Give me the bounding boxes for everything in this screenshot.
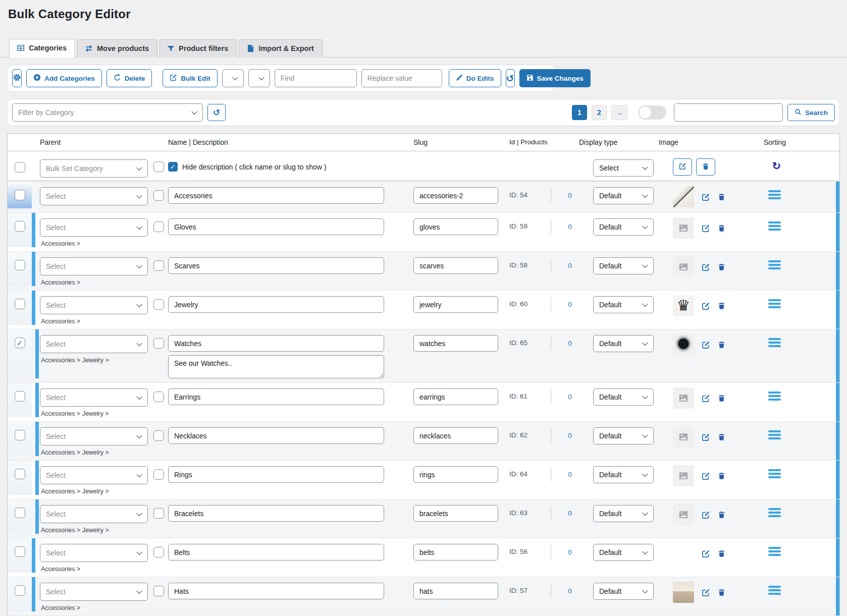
row-checkbox[interactable] bbox=[15, 469, 25, 479]
category-slug-input[interactable] bbox=[413, 544, 498, 561]
bulk-name-checkbox[interactable] bbox=[153, 161, 164, 172]
row-checkbox[interactable] bbox=[15, 508, 25, 518]
delete-image-icon[interactable] bbox=[718, 263, 725, 271]
drag-sort-handle[interactable] bbox=[768, 391, 781, 401]
category-slug-input[interactable] bbox=[413, 466, 498, 483]
edit-image-icon[interactable] bbox=[702, 472, 710, 480]
page-button-2[interactable]: 2 bbox=[592, 105, 607, 120]
parent-category-dropdown[interactable]: Select bbox=[40, 388, 148, 407]
display-type-dropdown[interactable]: Default bbox=[593, 583, 654, 600]
category-slug-input[interactable] bbox=[413, 187, 498, 204]
filter-reset-button[interactable]: ↺ bbox=[207, 104, 226, 121]
display-type-dropdown[interactable]: Default bbox=[593, 388, 654, 406]
category-name-input[interactable] bbox=[168, 505, 384, 522]
row-checkbox[interactable] bbox=[15, 299, 25, 309]
display-type-dropdown[interactable]: Default bbox=[593, 335, 654, 352]
category-image-thumb[interactable] bbox=[673, 582, 694, 603]
category-name-input[interactable] bbox=[168, 335, 384, 352]
do-dropdown[interactable]: Do bbox=[248, 69, 270, 87]
add-categories-button[interactable]: Add Categories bbox=[26, 69, 102, 87]
delete-image-icon[interactable] bbox=[718, 302, 725, 310]
category-image-thumb[interactable] bbox=[673, 217, 694, 239]
drag-sort-handle[interactable] bbox=[768, 190, 781, 199]
category-slug-input[interactable] bbox=[413, 583, 498, 599]
tab-move-products[interactable]: Move products bbox=[77, 39, 157, 58]
edit-image-icon[interactable] bbox=[702, 588, 710, 597]
row-checkbox[interactable] bbox=[15, 585, 25, 596]
delete-image-icon[interactable] bbox=[718, 511, 725, 519]
category-image-thumb[interactable] bbox=[673, 186, 694, 207]
display-type-dropdown[interactable]: Default bbox=[593, 296, 654, 313]
category-name-input[interactable] bbox=[168, 296, 384, 313]
parent-category-dropdown[interactable]: Select bbox=[40, 296, 148, 314]
drag-sort-handle[interactable] bbox=[768, 469, 781, 478]
row-checkbox[interactable] bbox=[15, 260, 25, 270]
products-count-link[interactable]: 0 bbox=[568, 223, 572, 231]
edit-image-icon[interactable] bbox=[702, 263, 710, 271]
name-edit-checkbox[interactable] bbox=[153, 547, 164, 557]
display-type-dropdown[interactable]: Default bbox=[593, 466, 654, 483]
drag-sort-handle[interactable] bbox=[768, 260, 781, 269]
parent-category-dropdown[interactable]: Select bbox=[40, 335, 148, 353]
delete-image-icon[interactable] bbox=[718, 472, 725, 480]
category-slug-input[interactable] bbox=[413, 218, 498, 235]
row-checkbox[interactable] bbox=[15, 391, 25, 402]
row-checkbox[interactable] bbox=[15, 430, 25, 440]
display-type-dropdown[interactable]: Default bbox=[593, 544, 654, 561]
row-checkbox[interactable]: ✓ bbox=[15, 338, 25, 348]
edit-image-icon[interactable] bbox=[702, 511, 710, 519]
parent-category-dropdown[interactable]: Select bbox=[40, 583, 148, 601]
name-edit-checkbox[interactable] bbox=[153, 469, 164, 480]
category-slug-input[interactable] bbox=[413, 388, 498, 405]
hide-description-checkbox[interactable]: ✓ bbox=[168, 162, 178, 172]
page-button-1[interactable]: 1 bbox=[572, 105, 587, 120]
parent-category-dropdown[interactable]: Select bbox=[40, 257, 148, 275]
next-page-button[interactable]: → bbox=[611, 105, 627, 120]
category-name-input[interactable] bbox=[168, 187, 384, 204]
parent-category-dropdown[interactable]: Select bbox=[40, 466, 148, 484]
name-edit-checkbox[interactable] bbox=[153, 391, 164, 402]
undo-button[interactable]: ↺ bbox=[506, 69, 515, 87]
products-count-link[interactable]: 0 bbox=[568, 262, 572, 269]
products-count-link[interactable]: 0 bbox=[568, 301, 572, 308]
find-input[interactable] bbox=[275, 69, 357, 87]
category-image-thumb[interactable] bbox=[673, 256, 694, 277]
edit-image-icon[interactable] bbox=[702, 193, 710, 201]
select-field-dropdown[interactable]: Select Field bbox=[222, 69, 244, 87]
category-slug-input[interactable] bbox=[413, 505, 498, 522]
category-image-thumb[interactable] bbox=[673, 465, 694, 486]
name-edit-checkbox[interactable] bbox=[153, 190, 164, 201]
name-edit-checkbox[interactable] bbox=[153, 430, 164, 441]
tab-product-filters[interactable]: Product filters bbox=[160, 39, 237, 58]
parent-category-dropdown[interactable]: Select bbox=[40, 427, 148, 445]
display-type-dropdown[interactable]: Default bbox=[593, 187, 654, 204]
products-count-link[interactable]: 0 bbox=[568, 340, 572, 347]
name-edit-checkbox[interactable] bbox=[153, 508, 164, 519]
edit-image-icon[interactable] bbox=[702, 341, 710, 349]
name-edit-checkbox[interactable] bbox=[153, 260, 164, 271]
drag-sort-handle[interactable] bbox=[768, 547, 781, 556]
drag-sort-handle[interactable] bbox=[768, 508, 781, 517]
products-count-link[interactable]: 0 bbox=[568, 587, 572, 595]
refresh-sorting-icon[interactable]: ↻ bbox=[772, 160, 781, 171]
bulk-delete-image-button[interactable] bbox=[696, 158, 715, 176]
parent-category-dropdown[interactable]: Select bbox=[40, 505, 148, 523]
parent-category-dropdown[interactable]: Select bbox=[40, 544, 148, 562]
category-image-thumb[interactable]: ♛ bbox=[673, 295, 694, 316]
name-edit-checkbox[interactable] bbox=[153, 586, 164, 596]
category-name-input[interactable] bbox=[168, 218, 384, 235]
drag-sort-handle[interactable] bbox=[768, 221, 781, 231]
category-description-textarea[interactable] bbox=[168, 355, 384, 378]
select-all-checkbox[interactable] bbox=[15, 162, 25, 173]
display-type-dropdown[interactable]: Default bbox=[593, 505, 654, 522]
edit-image-icon[interactable] bbox=[702, 224, 710, 233]
filter-by-category-dropdown[interactable]: Filter by Category bbox=[12, 103, 203, 122]
row-checkbox[interactable] bbox=[15, 546, 25, 557]
category-name-input[interactable] bbox=[168, 583, 384, 599]
replace-value-input[interactable] bbox=[361, 69, 442, 87]
name-edit-checkbox[interactable] bbox=[153, 299, 164, 310]
category-slug-input[interactable] bbox=[413, 296, 498, 313]
delete-image-icon[interactable] bbox=[718, 341, 725, 349]
category-name-input[interactable] bbox=[168, 544, 384, 561]
edit-image-icon[interactable] bbox=[702, 394, 710, 403]
